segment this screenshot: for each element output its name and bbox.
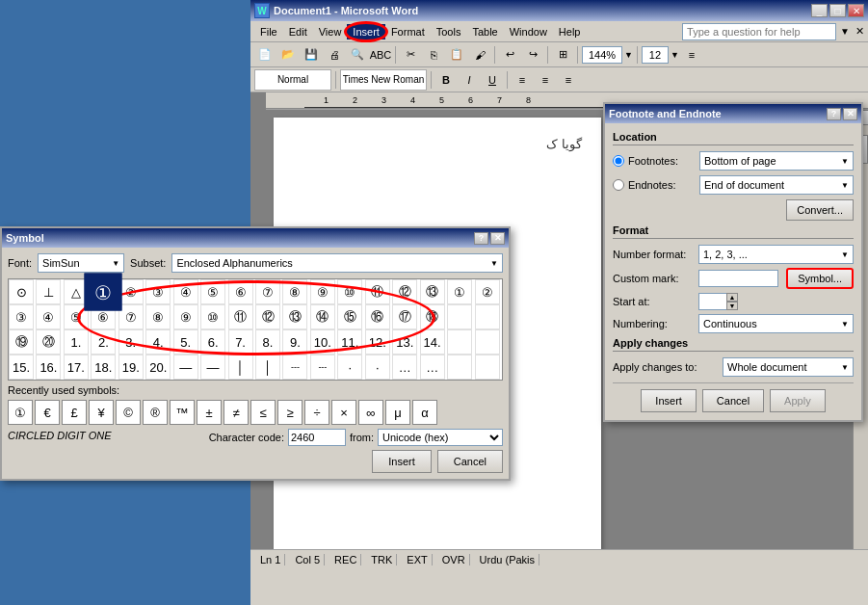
sym-cell-55[interactable]: 16.	[36, 355, 61, 380]
sym-recent-13[interactable]: ∞	[358, 400, 383, 425]
sym-cell-16[interactable]: ①	[447, 279, 472, 304]
sym-cell-37[interactable]: ⑳	[36, 329, 61, 355]
tb-cut[interactable]: ✂	[400, 44, 421, 66]
tb2-font[interactable]: Times New Roman	[340, 69, 427, 91]
sym-cell-24[interactable]: ⑨	[173, 304, 198, 329]
sym-cell-23[interactable]: ⑧	[145, 304, 171, 329]
fn-convert-button[interactable]: Convert...	[786, 199, 854, 221]
maximize-button[interactable]: □	[829, 4, 846, 17]
tb2-align-center[interactable]: ≡	[535, 69, 556, 91]
tb-table[interactable]: ⊞	[552, 44, 573, 66]
sym-cell-62[interactable]: │	[228, 355, 253, 380]
sym-cell-57[interactable]: 18.	[91, 355, 116, 380]
fn-footnotes-radio[interactable]	[613, 155, 624, 167]
sym-cell-6[interactable]: ④	[173, 279, 198, 304]
sym-cell-7[interactable]: ⑤	[200, 279, 225, 304]
sym-cell-60[interactable]: —	[173, 355, 198, 380]
sym-cell-4[interactable]: ②	[118, 279, 144, 304]
fn-apply-button[interactable]: Apply	[770, 389, 826, 412]
sym-recent-0[interactable]: ①	[8, 400, 33, 425]
sym-insert-button[interactable]: Insert	[372, 450, 432, 473]
sym-cell-27[interactable]: ⑫	[255, 304, 280, 329]
fn-endnotes-radio[interactable]	[613, 179, 624, 191]
menu-file[interactable]: File	[254, 24, 283, 39]
sym-recent-11[interactable]: ÷	[304, 400, 329, 425]
sym-cell-50[interactable]: 13.	[392, 329, 417, 355]
fn-startat-input[interactable]: 1	[699, 296, 726, 307]
help-close[interactable]: ✕	[855, 25, 864, 38]
sym-recent-1[interactable]: €	[35, 400, 60, 425]
sym-cell-32[interactable]: ⑰	[392, 304, 417, 329]
sym-recent-14[interactable]: μ	[385, 400, 410, 425]
sym-cell-67[interactable]: ∙	[365, 355, 390, 380]
tb-paintbrush[interactable]: 🖌	[469, 44, 490, 66]
sym-cell-8[interactable]: ⑥	[228, 279, 253, 304]
tb2-align-right[interactable]: ≡	[558, 69, 579, 91]
fn-footnotes-dropdown[interactable]: Bottom of page ▼	[699, 151, 854, 171]
sym-recent-4[interactable]: ©	[116, 400, 141, 425]
sym-cell-11[interactable]: ⑨	[310, 279, 335, 304]
fn-apply-to-dropdown[interactable]: Whole document ▼	[723, 357, 854, 377]
sym-cell-69[interactable]: …	[420, 355, 445, 380]
sym-cell-34[interactable]	[447, 304, 472, 329]
sym-cell-71[interactable]	[475, 355, 500, 380]
sym-cell-46[interactable]: 9.	[282, 329, 307, 355]
tb-undo[interactable]: ↩	[499, 44, 520, 66]
sym-cell-53[interactable]	[475, 329, 500, 355]
sym-char-code-input[interactable]	[288, 429, 346, 446]
fn-startat-spin[interactable]: 1 ▲ ▼	[698, 293, 737, 310]
sym-cell-35[interactable]	[475, 304, 500, 329]
sym-subset-select[interactable]: Enclosed Alphanumerics ▼	[171, 253, 503, 273]
fn-numformat-dropdown[interactable]: 1, 2, 3, ... ▼	[698, 245, 854, 264]
tb-copy[interactable]: ⎘	[423, 44, 444, 66]
sym-cell-15[interactable]: ⑬	[420, 279, 445, 304]
sym-cell-14[interactable]: ⑫	[392, 279, 417, 304]
sym-cell-44[interactable]: 7.	[228, 329, 253, 355]
sym-cell-18[interactable]: ③	[9, 304, 34, 329]
sym-cell-38[interactable]: 1.	[64, 329, 89, 355]
sym-recent-5[interactable]: ®	[143, 400, 168, 425]
sym-cell-43[interactable]: 6.	[200, 329, 225, 355]
menu-table[interactable]: Table	[466, 24, 503, 39]
sym-cell-33[interactable]: ⑱	[420, 304, 445, 329]
menu-format[interactable]: Format	[385, 24, 431, 39]
menu-help[interactable]: Help	[553, 24, 587, 39]
sym-recent-6[interactable]: ™	[170, 400, 195, 425]
sym-from-select[interactable]: Unicode (hex)	[378, 429, 503, 446]
sym-cell-1[interactable]: ⊥	[36, 279, 61, 304]
sym-recent-8[interactable]: ≠	[224, 400, 249, 425]
sym-cell-40[interactable]: 3.	[118, 329, 144, 355]
sym-cell-49[interactable]: 12.	[365, 329, 390, 355]
sym-recent-10[interactable]: ≥	[277, 400, 302, 425]
sym-cell-28[interactable]: ⑬	[282, 304, 307, 329]
sym-cell-36[interactable]: ⑲	[9, 329, 34, 355]
sym-cell-9[interactable]: ⑦	[255, 279, 280, 304]
tb-redo[interactable]: ↪	[522, 44, 543, 66]
fn-spin-down[interactable]: ▼	[726, 302, 738, 310]
fn-close-btn[interactable]: ✕	[843, 108, 857, 120]
sym-cell-63[interactable]: │	[255, 355, 280, 380]
menu-view[interactable]: View	[313, 24, 348, 39]
sym-cell-56[interactable]: 17.	[64, 355, 89, 380]
sym-font-select[interactable]: SimSun ▼	[38, 253, 124, 273]
sym-cell-0[interactable]: ⊙	[9, 279, 34, 304]
sym-cell-39[interactable]: 2.	[91, 329, 116, 355]
sym-cell-70[interactable]	[447, 355, 472, 380]
sym-cell-58[interactable]: 19.	[118, 355, 144, 380]
close-button[interactable]: ✕	[848, 4, 864, 17]
sym-cell-47[interactable]: 10.	[310, 329, 335, 355]
sym-cell-30[interactable]: ⑮	[337, 304, 362, 329]
tb-spell[interactable]: ABC	[370, 44, 391, 66]
sym-cell-41[interactable]: 4.	[145, 329, 171, 355]
sym-cell-52[interactable]	[447, 329, 472, 355]
tb-new[interactable]: 📄	[254, 44, 276, 66]
sym-recent-3[interactable]: ¥	[89, 400, 114, 425]
sym-help-btn[interactable]: ?	[474, 232, 488, 245]
sym-cell-68[interactable]: …	[392, 355, 417, 380]
menu-tools[interactable]: Tools	[431, 24, 467, 39]
menu-edit[interactable]: Edit	[283, 24, 313, 39]
tb-open[interactable]: 📂	[277, 44, 299, 66]
tb2-align-left[interactable]: ≡	[512, 69, 533, 91]
sym-cell-59[interactable]: 20.	[145, 355, 171, 380]
tb2-italic[interactable]: I	[459, 69, 480, 91]
